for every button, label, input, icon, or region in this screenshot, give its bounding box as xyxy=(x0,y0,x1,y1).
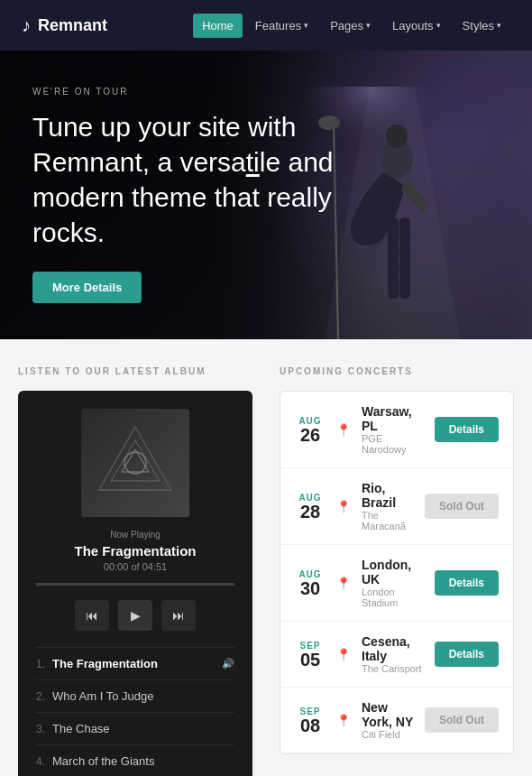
nav-link-pages[interactable]: Pages▾ xyxy=(321,14,380,38)
svg-point-10 xyxy=(124,452,146,474)
concert-row: SEP05📍Cesena, ItalyThe CarisportDetails xyxy=(280,622,513,688)
now-playing-title: The Fragmentation xyxy=(36,543,234,559)
concert-month: SEP xyxy=(295,641,326,651)
nav-link-layouts[interactable]: Layouts▾ xyxy=(383,14,450,38)
nav-link-label: Pages xyxy=(330,19,363,32)
concert-row: SEP08📍New York, NYCiti FieldSold Out xyxy=(280,688,513,753)
concert-venue: The Carisport xyxy=(362,663,424,674)
music-icon: ♪ xyxy=(22,15,31,36)
concerts-section-label: Upcoming Concerts xyxy=(280,366,514,376)
logo-text: Remnant xyxy=(38,16,107,35)
album-art xyxy=(81,409,189,517)
track-number: 4. xyxy=(36,755,52,768)
track-name: Who Am I To Judge xyxy=(52,689,234,703)
concert-city: Rio, Brazil xyxy=(362,481,414,510)
track-item[interactable]: 1.The Fragmentation🔊 xyxy=(36,648,234,680)
nav-link-features[interactable]: Features▾ xyxy=(246,14,317,38)
nav-link-label: Layouts xyxy=(392,19,434,32)
hero-content: We're on tour Tune up your site with Rem… xyxy=(32,87,411,303)
concert-row: AUG26📍Warsaw, PLPGE NarodowyDetails xyxy=(280,392,513,468)
concert-date: SEP05 xyxy=(295,641,326,669)
concert-city: Cesena, Italy xyxy=(362,634,424,663)
location-pin-icon: 📍 xyxy=(336,577,351,590)
album-section-label: Listen to our latest album xyxy=(18,366,252,376)
location-pin-icon: 📍 xyxy=(336,714,351,727)
chevron-down-icon: ▾ xyxy=(366,21,371,30)
nav-link-styles[interactable]: Styles▾ xyxy=(454,14,510,38)
progress-bar[interactable] xyxy=(36,583,234,586)
location-pin-icon: 📍 xyxy=(336,423,351,437)
album-art-inner xyxy=(81,409,189,517)
concert-date: AUG30 xyxy=(295,569,326,597)
details-button[interactable]: Details xyxy=(435,570,499,596)
nav-link-label: Home xyxy=(202,19,234,32)
concert-month: AUG xyxy=(295,416,326,426)
concert-day: 30 xyxy=(295,579,326,597)
main-content: Listen to our latest album Now Playing T… xyxy=(0,339,532,776)
details-button[interactable]: Details xyxy=(435,417,499,442)
concert-venue: London Stadium xyxy=(362,587,424,608)
concerts-card: AUG26📍Warsaw, PLPGE NarodowyDetailsAUG28… xyxy=(280,391,514,754)
concert-month: AUG xyxy=(295,569,326,579)
concerts-section: Upcoming Concerts AUG26📍Warsaw, PLPGE Na… xyxy=(271,366,514,776)
concert-month: SEP xyxy=(295,707,326,716)
concert-info: New York, NYCiti Field xyxy=(362,700,414,740)
concert-day: 05 xyxy=(295,651,326,669)
hero-section: We're on tour Tune up your site with Rem… xyxy=(0,51,532,339)
track-number: 2. xyxy=(36,690,52,703)
concert-date: AUG26 xyxy=(295,416,326,444)
now-playing-time: 00:00 of 04:51 xyxy=(36,561,234,572)
sold-out-button: Sold Out xyxy=(425,494,499,519)
speaker-icon: 🔊 xyxy=(222,658,234,670)
concert-info: Cesena, ItalyThe Carisport xyxy=(362,634,424,674)
details-button[interactable]: Details xyxy=(435,642,499,667)
concert-info: Warsaw, PLPGE Narodowy xyxy=(362,404,424,455)
track-name: March of the Giants xyxy=(52,754,234,768)
concert-city: London, UK xyxy=(362,558,424,587)
concert-date: AUG28 xyxy=(295,493,326,521)
more-details-button[interactable]: More Details xyxy=(32,272,142,303)
play-button[interactable]: ▶ xyxy=(118,600,152,631)
concert-info: London, UKLondon Stadium xyxy=(362,558,424,608)
track-item[interactable]: 2.Who Am I To Judge xyxy=(36,680,234,713)
svg-marker-9 xyxy=(111,440,160,481)
nav-link-home[interactable]: Home xyxy=(193,14,243,38)
next-button[interactable]: ⏭ xyxy=(161,600,196,631)
concert-city: New York, NY xyxy=(362,700,414,729)
concert-month: AUG xyxy=(295,493,326,503)
concert-date: SEP08 xyxy=(295,707,326,734)
track-number: 1. xyxy=(36,658,52,670)
concert-venue: Citi Field xyxy=(362,729,414,740)
tracklist: 1.The Fragmentation🔊2.Who Am I To Judge3… xyxy=(36,647,234,776)
concert-venue: PGE Narodowy xyxy=(362,433,424,455)
location-pin-icon: 📍 xyxy=(336,500,351,513)
hero-tag: We're on tour xyxy=(32,87,411,97)
concert-day: 28 xyxy=(295,503,326,521)
location-pin-icon: 📍 xyxy=(336,648,351,661)
nav-link-label: Features xyxy=(255,19,301,32)
prev-button[interactable]: ⏮ xyxy=(75,600,109,631)
hero-title: Tune up your site with Remnant, a versat… xyxy=(32,109,411,250)
concert-day: 08 xyxy=(295,716,326,734)
player-card: Now Playing The Fragmentation 00:00 of 0… xyxy=(18,391,252,776)
track-name: The Chase xyxy=(52,722,234,735)
chevron-down-icon: ▾ xyxy=(497,21,501,30)
now-playing-label: Now Playing xyxy=(36,530,234,540)
concert-venue: The Maracanã xyxy=(362,510,414,531)
concert-row: AUG30📍London, UKLondon StadiumDetails xyxy=(280,545,513,622)
track-item[interactable]: 3.The Chase xyxy=(36,713,234,745)
concert-day: 26 xyxy=(295,426,326,444)
logo: ♪ Remnant xyxy=(22,15,107,36)
track-number: 3. xyxy=(36,723,52,735)
track-name: The Fragmentation xyxy=(52,657,222,670)
album-art-svg xyxy=(95,422,176,503)
nav-links: HomeFeatures▾Pages▾Layouts▾Styles▾ xyxy=(193,14,510,38)
album-section: Listen to our latest album Now Playing T… xyxy=(18,366,271,776)
concert-city: Warsaw, PL xyxy=(362,404,424,433)
chevron-down-icon: ▾ xyxy=(436,21,441,30)
track-item[interactable]: 4.March of the Giants xyxy=(36,745,234,776)
sold-out-button: Sold Out xyxy=(425,707,499,733)
nav-link-label: Styles xyxy=(463,19,494,32)
navbar: ♪ Remnant HomeFeatures▾Pages▾Layouts▾Sty… xyxy=(0,0,532,51)
concert-info: Rio, BrazilThe Maracanã xyxy=(362,481,414,531)
